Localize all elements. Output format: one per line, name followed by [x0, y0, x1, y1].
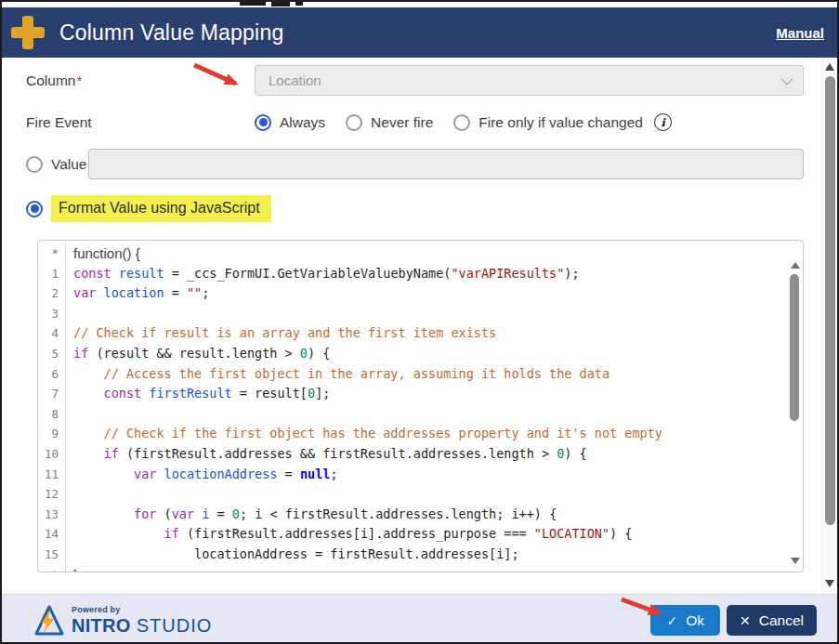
dialog-footer: Powered by NITRO STUDIO ✓ Ok ✕ Cancel	[2, 594, 837, 644]
column-value-mapping-dialog: Column Value Mapping Manual Column* Loca…	[0, 0, 839, 644]
plus-icon	[11, 16, 45, 49]
brand-text: Powered by NITRO STUDIO	[72, 605, 212, 637]
fire-event-options: AlwaysNever fireFire only if value chang…	[255, 114, 643, 131]
value-radio-label: Value	[51, 156, 87, 173]
column-label-text: Column	[26, 72, 75, 88]
background-text-fragment	[271, 2, 290, 7]
ok-button-label: Ok	[686, 612, 704, 629]
check-icon: ✓	[666, 613, 677, 628]
fire-option-label: Always	[280, 114, 325, 131]
fire-event-row: Fire Event AlwaysNever fireFire only if …	[26, 113, 804, 131]
brand-studio: STUDIO	[137, 615, 213, 637]
fire-event-label: Fire Event	[26, 114, 255, 131]
brand-nitro: NITRO	[72, 615, 131, 637]
dialog-header: Column Value Mapping Manual	[2, 7, 837, 58]
required-asterisk: *	[76, 72, 82, 88]
value-input[interactable]	[88, 149, 804, 179]
scroll-down-icon[interactable]	[791, 558, 800, 564]
editor-scrollbar-thumb[interactable]	[790, 274, 799, 421]
info-icon[interactable]: i	[654, 113, 672, 131]
format-option[interactable]: Format Value using JavaScript	[26, 195, 271, 222]
radio-icon[interactable]	[255, 114, 271, 131]
dialog-body: Column* Location Fire Event AlwaysNever …	[2, 58, 837, 594]
column-label: Column*	[26, 72, 255, 89]
column-select-value: Location	[269, 72, 781, 88]
value-row: Value	[26, 149, 804, 179]
background-page-fragment	[2, 2, 837, 7]
column-row: Column* Location	[26, 65, 804, 96]
fire-option-label: Never fire	[371, 114, 433, 131]
footer-buttons: ✓ Ok ✕ Cancel	[650, 605, 817, 636]
format-radio-label: Format Value using JavaScript	[51, 195, 271, 222]
format-row: Format Value using JavaScript	[26, 195, 804, 222]
dialog-scrollbar-thumb[interactable]	[825, 76, 835, 525]
value-option[interactable]: Value	[26, 156, 88, 173]
nitro-studio-logo: Powered by NITRO STUDIO	[33, 603, 212, 638]
code-lines[interactable]: *function() {1const result = _ccs_FormUI…	[38, 241, 803, 572]
dialog-title: Column Value Mapping	[59, 20, 283, 46]
js-code-editor[interactable]: *function() {1const result = _ccs_FormUI…	[37, 240, 804, 572]
manual-link[interactable]: Manual	[776, 25, 824, 41]
cancel-button[interactable]: ✕ Cancel	[727, 605, 817, 636]
scroll-up-icon[interactable]	[791, 262, 800, 269]
background-text-fragment	[240, 2, 266, 6]
chevron-down-icon	[781, 73, 793, 85]
scroll-down-icon[interactable]	[825, 580, 834, 587]
nitro-triangle-bolt-icon	[33, 603, 65, 638]
cancel-button-label: Cancel	[759, 612, 804, 629]
radio-icon[interactable]	[346, 114, 362, 131]
value-radio[interactable]	[26, 156, 43, 173]
radio-icon[interactable]	[453, 114, 470, 131]
powered-by-text: Powered by	[72, 605, 212, 614]
dialog-scrollbar[interactable]	[821, 58, 837, 594]
x-icon: ✕	[740, 613, 751, 628]
editor-scrollbar[interactable]	[789, 241, 802, 572]
fire-option-2[interactable]: Fire only if value changed	[453, 114, 643, 131]
column-select[interactable]: Location	[255, 65, 804, 96]
format-radio[interactable]	[26, 201, 43, 217]
background-text-fragment	[295, 2, 303, 6]
fire-option-1[interactable]: Never fire	[346, 114, 433, 131]
ok-button[interactable]: ✓ Ok	[650, 605, 720, 636]
fire-option-0[interactable]: Always	[255, 114, 325, 131]
fire-option-label: Fire only if value changed	[478, 114, 643, 131]
scroll-up-icon[interactable]	[825, 63, 834, 71]
